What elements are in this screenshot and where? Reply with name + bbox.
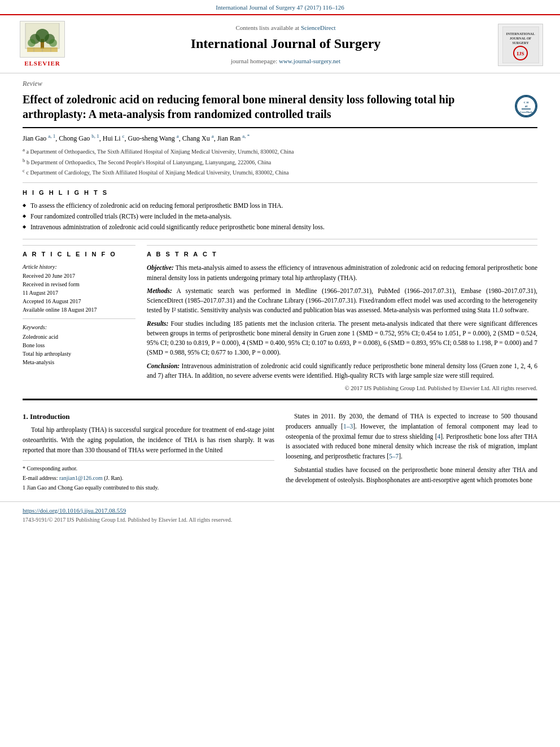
citation-text: International Journal of Surgery 47 (201…: [216, 4, 344, 11]
section-divider: [23, 399, 537, 400]
info-divider: [23, 318, 135, 319]
highlight-item-2: Four randomized controlled trials (RCTs)…: [23, 212, 537, 221]
results-text: Four studies including 185 patients met …: [147, 320, 537, 356]
highlight-item-3: Intravenous administration of zoledronic…: [23, 222, 537, 231]
journal-logo-right: INTERNATIONAL JOURNAL OF SURGERY IJS: [498, 24, 543, 66]
highlight-item-1: To assess the efficiency of zoledronic a…: [23, 201, 537, 210]
keyword-1: Zoledronic acid: [23, 333, 135, 341]
methods-label: Methods:: [147, 287, 172, 294]
elsevier-logo: ELSEVIER: [11, 21, 73, 68]
intro-left: 1. Introduction Total hip arthroplasty (…: [23, 412, 274, 493]
abstract-methods: Methods: A systematic search was perform…: [147, 286, 537, 316]
doi-link[interactable]: https://doi.org/10.1016/j.ijsu.2017.08.5…: [23, 506, 537, 515]
article-title: Effect of zoledronic acid on reducing fe…: [23, 92, 506, 121]
svg-text:at: at: [525, 104, 528, 108]
keyword-4: Meta-analysis: [23, 359, 135, 366]
introduction-section: 1. Introduction Total hip arthroplasty (…: [23, 406, 537, 493]
intro-right-text: States in 2011. By 2030, the demand of T…: [286, 412, 537, 486]
intro-left-p1: Total hip arthroplasty (THA) is successf…: [23, 425, 274, 455]
footnote-section: * Corresponding author. E-mail address: …: [23, 460, 274, 492]
highlights-section: H I G H L I G H T S To assess the effici…: [23, 182, 537, 239]
keyword-3: Total hip arthroplasty: [23, 350, 135, 358]
article-info-abstract: A R T I C L E I N F O Article history: R…: [23, 245, 537, 393]
article-info-title: A R T I C L E I N F O: [23, 250, 135, 259]
footnote-corresponding: * Corresponding author.: [23, 464, 274, 473]
elsevier-tree-graphic: [20, 21, 65, 58]
intro-right-p2: Substantial studies have focused on the …: [286, 465, 537, 486]
objective-text: This meta-analysis aimed to assess the e…: [147, 264, 537, 281]
article-title-section: Effect of zoledronic acid on reducing fe…: [23, 92, 537, 128]
received-revised-label: Received in revised form: [23, 281, 135, 289]
abstract-conclusion: Conclusion: Intravenous administration o…: [147, 361, 537, 381]
intro-heading: 1. Introduction: [23, 412, 274, 422]
article-info-col: A R T I C L E I N F O Article history: R…: [23, 245, 135, 393]
elsevier-label: ELSEVIER: [24, 59, 60, 68]
journal-center: Contents lists available at ScienceDirec…: [73, 24, 498, 65]
article-history-label: Article history:: [23, 263, 135, 271]
abstract-text: Objective: This meta-analysis aimed to a…: [147, 263, 537, 393]
affiliation-b: b b Department of Orthopaedics, The Seco…: [23, 157, 537, 167]
conclusion-text: Intravenous administration of zoledronic…: [147, 362, 537, 379]
received-revised-date: 11 August 2017: [23, 289, 135, 297]
email-person: (J. Ran).: [104, 475, 123, 481]
email-link[interactable]: ranjian1@126.com: [59, 475, 103, 481]
authors-line: Jian Gao a, 1, Chong Gao b, 1, Hui Li c,…: [23, 133, 537, 143]
keywords-section: Keywords: Zoledronic acid Bone loss Tota…: [23, 324, 135, 366]
svg-text:CrossMark: CrossMark: [520, 111, 532, 113]
abstract-results: Results: Four studies including 185 pati…: [147, 319, 537, 358]
svg-point-6: [49, 39, 57, 47]
abstract-col: A B S T R A C T Objective: This meta-ana…: [147, 245, 537, 393]
objective-label: Objective:: [147, 264, 174, 271]
journal-header: ELSEVIER Contents lists available at Sci…: [0, 14, 560, 73]
affiliation-a: a a Department of Orthopaedics, The Sixt…: [23, 146, 537, 156]
journal-title: International Journal of Surgery: [85, 34, 487, 54]
svg-point-5: [28, 39, 36, 47]
abstract-objective: Objective: This meta-analysis aimed to a…: [147, 263, 537, 283]
article-history: Article history: Received 20 June 2017 R…: [23, 263, 135, 314]
main-content: Review Effect of zoledronic acid on redu…: [0, 73, 560, 501]
homepage-url[interactable]: www.journal-surgery.net: [279, 58, 340, 64]
ref-1-3[interactable]: 1–3: [343, 423, 353, 430]
ref-4[interactable]: 4: [437, 433, 440, 440]
methods-text: A systematic search was performed in Med…: [147, 287, 537, 314]
affiliations: a a Department of Orthopaedics, The Sixt…: [23, 146, 537, 177]
ref-5-7[interactable]: 5–7: [389, 453, 399, 460]
copyright-line: © 2017 IJS Publishing Group Ltd. Publish…: [147, 384, 537, 393]
review-label: Review: [23, 79, 537, 89]
intro-right-p1: States in 2011. By 2030, the demand of T…: [286, 412, 537, 462]
intro-right: States in 2011. By 2030, the demand of T…: [286, 412, 537, 493]
svg-text:SURGERY: SURGERY: [512, 41, 529, 45]
keywords-label: Keywords:: [23, 324, 135, 331]
journal-citation: International Journal of Surgery 47 (201…: [0, 0, 560, 14]
affiliation-c: c c Department of Cardiology, The Sixth …: [23, 167, 537, 177]
issn-line: 1743-9191/© 2017 IJS Publishing Group Lt…: [23, 516, 537, 524]
received-date: Received 20 June 2017: [23, 272, 135, 280]
svg-text:C H: C H: [524, 101, 529, 104]
contents-line: Contents lists available at ScienceDirec…: [85, 24, 487, 32]
svg-text:JOURNAL OF: JOURNAL OF: [509, 37, 531, 40]
highlights-list: To assess the efficiency of zoledronic a…: [23, 201, 537, 231]
accepted-date: Accepted 16 August 2017: [23, 298, 135, 305]
highlights-title: H I G H L I G H T S: [23, 189, 537, 197]
footnote-email: E-mail address: ranjian1@126.com (J. Ran…: [23, 474, 274, 482]
available-date: Available online 18 August 2017: [23, 306, 135, 314]
results-label: Results:: [147, 320, 168, 327]
journal-homepage: journal homepage: www.journal-surgery.ne…: [85, 57, 487, 65]
intro-left-text: Total hip arthroplasty (THA) is successf…: [23, 425, 274, 455]
crossmark-badge[interactable]: C H at CrossMark: [515, 95, 537, 117]
bottom-bar: https://doi.org/10.1016/j.ijsu.2017.08.5…: [0, 501, 560, 528]
abstract-title: A B S T R A C T: [147, 250, 537, 259]
svg-text:IJS: IJS: [517, 51, 524, 56]
page: International Journal of Surgery 47 (201…: [0, 0, 560, 747]
conclusion-label: Conclusion:: [147, 362, 180, 369]
svg-text:INTERNATIONAL: INTERNATIONAL: [506, 32, 535, 36]
keyword-2: Bone loss: [23, 342, 135, 350]
footnote-equal-contribution: 1 Jian Gao and Chong Gao equally contrib…: [23, 483, 274, 492]
sciencedirect-link[interactable]: ScienceDirect: [301, 24, 336, 31]
